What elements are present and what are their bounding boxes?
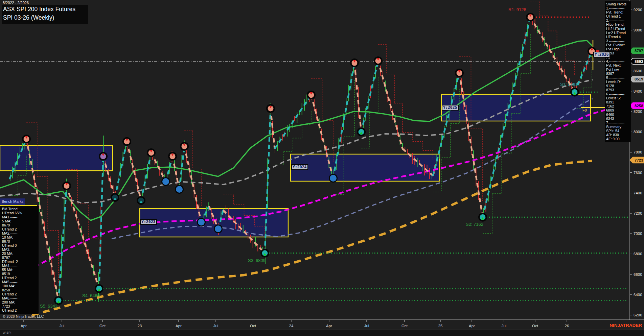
swing-line-down [127,142,141,200]
year-marker-label: Y:2025 [442,105,459,111]
time-tick-label: 24 [289,324,294,328]
swing-line-up [433,73,459,176]
swing-line-up [59,186,67,301]
level-label: S4: 6460 [82,293,100,298]
bench-marks-line: 20 MA: [2,251,39,256]
swing-pivots-line: Pvt High [606,47,631,51]
price-tick-label: 8400 [634,89,642,93]
swing-pivots-line: Pvt. Trend: [606,10,631,14]
time-tick-label: Jul [364,324,369,328]
price-tick-label: 8600 [634,69,642,73]
bench-marks-line: UTrend 65% [2,211,39,215]
time-tick-label: Apr [176,324,182,328]
price-tag-value: 8693 [635,59,643,64]
price-tag-value: 8519 [635,77,643,81]
swing-pivots-line: UTrend 1 [606,14,631,18]
time-tick-label: Oct [401,324,408,328]
trail-stop-up [483,33,530,234]
bench-marks-line: DTrend -2 [2,260,39,264]
bench-marks-line: 200 MA: [2,300,39,304]
bench-marks-panel: BM Trend:UTrend 65%MA1.------5 MA:8679UT… [0,206,39,314]
time-tick-label: Oct [250,324,256,328]
swing-pivots-line: Levels R: [606,80,631,84]
swing-line-up [361,61,378,132]
time-tick-label: Jul [502,324,507,328]
swing-pivots-line: 8793 [606,88,631,92]
price-tick-label: 7200 [634,211,642,215]
swing-pivots-line: Pvt. Next: [606,63,631,67]
bench-marks-line: MA1.------ [2,215,39,219]
trail-stop-down [184,130,201,206]
swing-pivots-line: UTrend 4 [606,35,631,39]
swing-pivots-line: Hi:2 UTrend [606,27,631,31]
f0-label: F0 [582,108,587,112]
bench-marks-line: 8679 [2,223,39,227]
swing-pivots-line: AF: 9.00 [606,137,631,141]
bench-marks-line: MA5.------ [2,280,39,284]
instrument-title: ASX SPI 200 Index Futures SPI 03-26 (Wee… [2,5,88,24]
swing-pivots-line: 4.------------- [606,59,631,63]
ma-100-line [20,109,609,274]
swing-pivots-panel: Swing Pivots1.-------------Pvt. Trend:UT… [605,1,631,142]
swing-line-down [354,63,361,132]
swing-pivots-line: 7162 [606,104,631,108]
pivot-intermediate-marker [330,175,337,182]
swing-pivots-line: Levels S: [606,96,631,100]
price-tick-label: 8200 [634,110,642,114]
trail-stop-down [378,45,402,133]
price-chart[interactable]: R1: 9128S1: 8391S2: 7162S3: 6809S4: 6460… [0,0,644,336]
price-tag-value: 8797 [635,49,643,53]
pivot-intermediate-marker [198,219,205,225]
bench-marks-line: UTrend 2 [2,292,39,296]
bench-marks-line: UTrend 0 [2,243,39,247]
price-tick-label: 7600 [634,171,642,175]
time-tick-label: Apr [21,324,27,328]
contract-interval: SPI 03-26 (Weekly) [3,14,88,21]
bench-marks-header: Bench Marks [0,198,25,205]
bench-marks-line: MA3.------ [2,247,39,251]
trail-stop-down [67,170,99,272]
data-series-tab[interactable]: W SPI [3,331,12,334]
tab-strip [0,330,644,336]
ninjatrader-logo: NINJATRADER [605,323,642,328]
level-label: S2: 7162 [466,222,483,227]
instrument-name: ASX SPI 200 Index Futures [3,6,88,13]
bench-marks-line: 100 MA: [2,284,39,288]
price-tick-label: 6400 [634,293,642,297]
swing-pivots-line: 1.------------- [606,6,631,10]
bench-marks-line: MA2.------ [2,231,39,235]
time-tick-label: Apr [469,324,475,328]
price-tick-label: 7800 [634,150,642,154]
price-tick-label: 6200 [634,313,642,317]
price-tick-label: 8000 [634,130,642,134]
chart-window: R1: 9128S1: 8391S2: 7162S3: 6809S4: 6460… [0,0,644,336]
pivot-intermediate-marker [162,178,169,185]
time-tick-label: Oct [99,324,106,328]
swing-pivots-line: 9128 [606,84,631,88]
price-tick-label: 6800 [634,252,642,256]
year-range-box [0,145,113,171]
bench-marks-line: 55 MA: [2,268,39,272]
swing-pivots-line: Pvt Low [606,68,631,72]
price-tag-value: 7723 [635,158,643,162]
swing-pivots-line: SP's: 54 [606,129,631,133]
bench-marks-line: UTrend 2 [2,227,39,231]
bench-marks-line: UTrend 2 [2,276,39,280]
bench-marks-line: 8670 [2,239,39,243]
price-tick-label: 7400 [634,191,642,195]
swing-pivots-line: HiLo Trend: [606,22,631,26]
swing-pivots-line: 3.------------- [606,39,631,43]
swing-pivots-line: 6809 [606,108,631,112]
time-tick-label: 23 [138,324,142,328]
bench-marks-line: UTrend 2 [2,308,39,312]
pivot-intermediate-marker [215,225,222,232]
swing-pivots-line: Summary [606,125,631,129]
swing-line-down [172,156,179,189]
time-tick-label: 26 [565,324,569,328]
swing-line-down [378,61,402,149]
time-tick-label: Jul [213,324,218,328]
bench-marks-line: BM Trend: [2,207,39,211]
swing-pivots-line: Pvt. Evolve: [606,43,631,47]
swing-pivots-line: 8391 [606,100,631,104]
swing-pivots-line: 8397 [606,72,631,76]
